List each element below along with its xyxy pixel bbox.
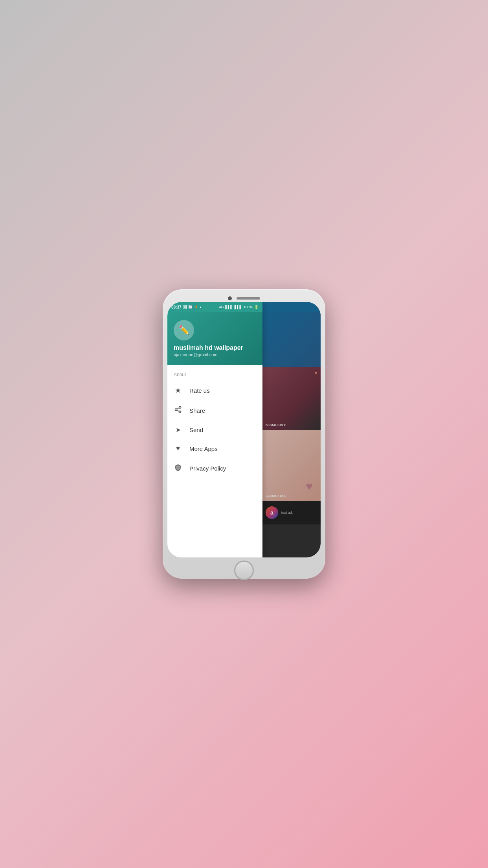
svg-line-3 <box>177 410 179 411</box>
svg-point-0 <box>179 406 181 408</box>
menu-label-rate-us: Rate us <box>189 387 210 394</box>
heart-icon: ♥ <box>174 445 182 452</box>
menu-label-privacy-policy: Privacy Policy <box>189 465 226 472</box>
svg-line-4 <box>177 408 179 409</box>
status-icon-person: 🧍 <box>194 305 198 309</box>
menu-label-send: Send <box>189 427 203 433</box>
status-left: 09:37 🖼 🔄 🧍 • <box>171 305 201 309</box>
menu-item-share[interactable]: Share <box>167 400 262 421</box>
front-camera <box>228 296 232 300</box>
phone-screen: 09:37 🖼 🔄 🧍 • 4G ▌▌▌ ▌▌▌ 100% 🔋 <box>167 302 321 557</box>
menu-label-more-apps: More Apps <box>189 445 218 452</box>
menu-item-send[interactable]: ➤ Send <box>167 421 262 439</box>
send-icon: ➤ <box>174 426 182 434</box>
status-icon-photo: 🖼 <box>183 305 187 309</box>
status-bar: 09:37 🖼 🔄 🧍 • 4G ▌▌▌ ▌▌▌ 100% 🔋 <box>167 302 262 312</box>
phone-home-bar <box>167 557 321 583</box>
status-wifi-bars: ▌▌▌ <box>235 305 242 309</box>
phone-device: 09:37 🖼 🔄 🧍 • 4G ▌▌▌ ▌▌▌ 100% 🔋 <box>163 289 325 579</box>
avatar-icon: ✏️ <box>179 325 189 335</box>
app-email: ojaxconan@gmail.com <box>174 352 256 357</box>
drawer-panel: 09:37 🖼 🔄 🧍 • 4G ▌▌▌ ▌▌▌ 100% 🔋 <box>167 302 262 557</box>
earpiece-speaker <box>237 297 260 300</box>
overlay-dim[interactable] <box>262 302 321 557</box>
drawer-header: ✏️ muslimah hd wallpaper ojaxconan@gmail… <box>167 312 262 365</box>
status-right: 4G ▌▌▌ ▌▌▌ 100% 🔋 <box>219 305 258 309</box>
avatar: ✏️ <box>174 320 194 340</box>
status-battery: 100% <box>244 305 253 309</box>
home-button[interactable] <box>234 561 254 580</box>
status-network: 4G <box>219 305 224 309</box>
main-panel: ▼ SLIMAH HD 2 ♥ SLIMAH HD 4 a test ad. <box>262 302 321 557</box>
shield-icon <box>174 463 182 473</box>
status-icon-sync: 🔄 <box>188 305 193 309</box>
menu-label-share: Share <box>189 407 205 414</box>
svg-point-2 <box>179 411 181 413</box>
status-dot: • <box>200 305 202 309</box>
status-battery-icon: 🔋 <box>254 305 259 309</box>
svg-point-1 <box>175 409 177 411</box>
app-name: muslimah hd wallpaper <box>174 344 256 351</box>
menu-item-rate-us[interactable]: ★ Rate us <box>167 381 262 400</box>
menu-item-more-apps[interactable]: ♥ More Apps <box>167 439 262 458</box>
share-icon <box>174 406 182 415</box>
star-icon: ★ <box>174 386 182 395</box>
screen-content: 09:37 🖼 🔄 🧍 • 4G ▌▌▌ ▌▌▌ 100% 🔋 <box>167 302 321 557</box>
status-signal-bars: ▌▌▌ <box>225 305 233 309</box>
menu-section: About ★ Rate us Share <box>167 365 262 557</box>
phone-top-notch <box>167 294 321 302</box>
status-time: 09:37 <box>171 305 182 309</box>
menu-item-privacy-policy[interactable]: Privacy Policy <box>167 458 262 478</box>
menu-section-label: About <box>167 369 262 381</box>
